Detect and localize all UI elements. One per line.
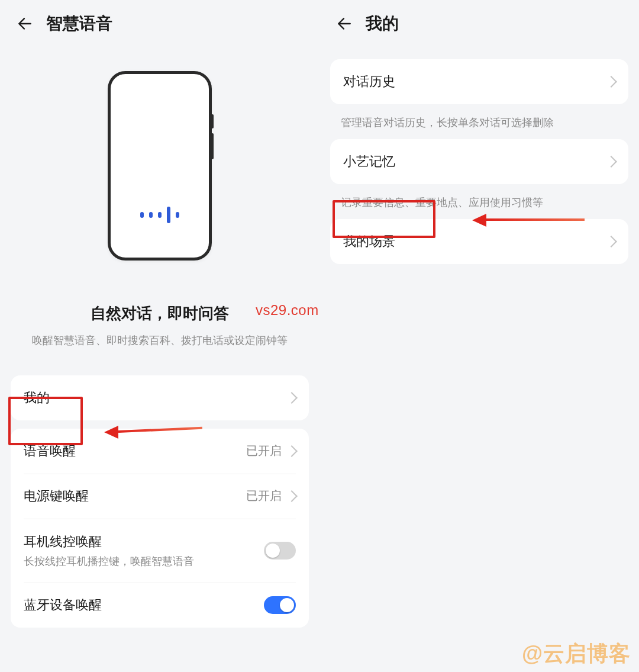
chevron-right-icon <box>286 392 298 404</box>
voice-wave-icon <box>111 207 209 223</box>
row-power-wake[interactable]: 电源键唤醒 已开启 <box>11 474 309 519</box>
chevron-right-icon <box>286 490 298 502</box>
row-bluetooth-wake[interactable]: 蓝牙设备唤醒 <box>11 583 309 628</box>
row-my[interactable]: 我的 <box>11 375 309 420</box>
page-title-right: 我的 <box>366 12 399 35</box>
chevron-right-icon <box>605 76 617 88</box>
watermark-author: @云启博客 <box>522 639 631 668</box>
row-bluetooth-wake-label: 蓝牙设备唤醒 <box>24 596 264 614</box>
row-wired-headset-wake-sub: 长按线控耳机播控键，唤醒智慧语音 <box>24 554 264 568</box>
row-memory-label: 小艺记忆 <box>343 153 607 171</box>
pane-smart-voice: 智慧语音 自然对话，即时问答 唤醒智慧语音、即时搜索百科、拨打电话或设定闹钟等 … <box>0 0 320 672</box>
row-my-label: 我的 <box>24 389 288 407</box>
topbar-left: 智慧语音 <box>0 0 320 47</box>
back-button[interactable] <box>12 11 38 37</box>
row-power-wake-value: 已开启 <box>246 488 282 504</box>
toggle-wired-headset-wake[interactable] <box>264 542 296 560</box>
watermark-site: vs29.com <box>256 302 319 319</box>
card-scenes: 我的场景 <box>330 219 628 264</box>
back-arrow-icon <box>337 16 352 31</box>
history-desc: 管理语音对话历史，长按单条对话可选择删除 <box>320 104 639 131</box>
card-memory: 小艺记忆 <box>330 139 628 184</box>
back-arrow-icon <box>17 16 33 31</box>
row-history[interactable]: 对话历史 <box>330 59 628 104</box>
pane-my: 我的 对话历史 管理语音对话历史，长按单条对话可选择删除 小艺记忆 记录重要信息… <box>320 0 639 672</box>
phone-illustration <box>108 71 212 261</box>
chevron-right-icon <box>605 236 617 247</box>
phone-side-button-icon <box>211 133 214 159</box>
phone-side-button-icon <box>211 114 214 128</box>
row-scenes-label: 我的场景 <box>343 233 607 250</box>
row-voice-wake[interactable]: 语音唤醒 已开启 <box>11 429 309 474</box>
row-voice-wake-value: 已开启 <box>246 443 282 459</box>
card-history: 对话历史 <box>330 59 628 104</box>
chevron-right-icon <box>605 156 617 168</box>
hero-title: 自然对话，即时问答 <box>91 303 229 324</box>
row-wired-headset-wake[interactable]: 耳机线控唤醒 长按线控耳机播控键，唤醒智慧语音 <box>11 519 309 583</box>
card-wake-options: 语音唤醒 已开启 电源键唤醒 已开启 耳机线控唤醒 长按线控耳机播控键，唤醒智慧… <box>11 429 309 628</box>
memory-desc: 记录重要信息、重要地点、应用使用习惯等 <box>320 184 639 211</box>
row-wired-headset-wake-label: 耳机线控唤醒 <box>24 533 264 551</box>
row-scenes[interactable]: 我的场景 <box>330 219 628 264</box>
topbar-right: 我的 <box>320 0 639 47</box>
row-voice-wake-label: 语音唤醒 <box>24 442 246 460</box>
hero-description: 唤醒智慧语音、即时搜索百科、拨打电话或设定闹钟等 <box>11 332 309 349</box>
back-button[interactable] <box>331 11 357 37</box>
card-my: 我的 <box>11 375 309 420</box>
row-history-label: 对话历史 <box>343 73 607 91</box>
row-power-wake-label: 电源键唤醒 <box>24 487 246 505</box>
row-memory[interactable]: 小艺记忆 <box>330 139 628 184</box>
page-title-left: 智慧语音 <box>46 12 112 35</box>
toggle-bluetooth-wake[interactable] <box>264 596 296 614</box>
chevron-right-icon <box>286 445 298 457</box>
